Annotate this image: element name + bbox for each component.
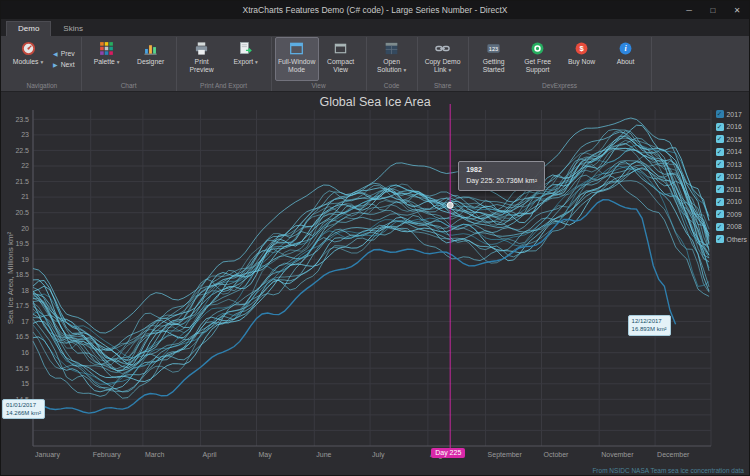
y-tick-label: 22.5 bbox=[15, 147, 29, 154]
dropdown-caret-icon: ▾ bbox=[403, 67, 406, 73]
legend-checkbox[interactable]: ✓ bbox=[716, 198, 724, 206]
legend-item-2009[interactable]: ✓2009 bbox=[716, 210, 747, 218]
legend-checkbox[interactable]: ✓ bbox=[716, 235, 724, 243]
export-button[interactable]: Export ▾ bbox=[224, 37, 268, 81]
getting-started-button[interactable]: 123 Getting Started bbox=[472, 37, 516, 81]
close-button[interactable]: ✕ bbox=[725, 1, 749, 19]
end-value-annotation: 12/12/2017 16.893M km² bbox=[628, 315, 671, 336]
ribbon: Modules ▾ ◀Prev ▶Next Navigation Palette… bbox=[1, 36, 749, 92]
legend-label: Others bbox=[727, 236, 747, 243]
legend-item-2013[interactable]: ✓2013 bbox=[716, 160, 747, 168]
compact-view-icon bbox=[333, 40, 348, 57]
full-window-mode-button[interactable]: Full-Window Mode bbox=[275, 37, 319, 81]
x-month-label: June bbox=[316, 451, 331, 458]
legend-item-2017[interactable]: ✓2017 bbox=[716, 110, 747, 118]
prev-button[interactable]: ◀Prev bbox=[53, 50, 75, 57]
tooltip-value: Day 225: 20.736M km² bbox=[466, 176, 537, 187]
legend-label: 2011 bbox=[727, 186, 742, 193]
legend-item-2011[interactable]: ✓2011 bbox=[716, 185, 747, 193]
legend-item-others[interactable]: ✓Others bbox=[716, 235, 747, 243]
y-tick-label: 16.5 bbox=[15, 333, 29, 340]
get-free-support-button[interactable]: Get Free Support bbox=[516, 37, 560, 81]
ribbon-group-label: Chart bbox=[85, 81, 173, 91]
tab-demo[interactable]: Demo bbox=[6, 21, 51, 36]
minimize-button[interactable]: ─ bbox=[677, 1, 701, 19]
legend-checkbox[interactable]: ✓ bbox=[716, 173, 724, 181]
legend-checkbox[interactable]: ✓ bbox=[716, 110, 724, 118]
open-solution-button[interactable]: Open Solution ▾ bbox=[370, 37, 414, 81]
legend-checkbox[interactable]: ✓ bbox=[716, 148, 724, 156]
export-document-icon bbox=[238, 40, 253, 57]
designer-label: Designer bbox=[137, 58, 164, 65]
compact-view-label: Compact View bbox=[327, 58, 354, 73]
legend-item-2010[interactable]: ✓2010 bbox=[716, 198, 747, 206]
legend-checkbox[interactable]: ✓ bbox=[716, 210, 724, 218]
buy-now-circle-icon: $ bbox=[574, 40, 589, 57]
copy-demo-link-label: Copy Demo Link bbox=[425, 58, 461, 73]
about-label: About bbox=[617, 58, 635, 65]
legend-checkbox[interactable]: ✓ bbox=[716, 160, 724, 168]
copy-demo-link-button[interactable]: Copy Demo Link ▾ bbox=[421, 37, 465, 81]
copy-link-chain-icon bbox=[435, 40, 450, 57]
legend-checkbox[interactable]: ✓ bbox=[716, 223, 724, 231]
getting-started-123-icon: 123 bbox=[486, 40, 501, 57]
getting-started-label: Getting Started bbox=[483, 58, 505, 73]
dropdown-caret-icon: ▾ bbox=[117, 59, 120, 65]
legend-label: 2009 bbox=[727, 211, 742, 218]
legend-item-2014[interactable]: ✓2014 bbox=[716, 148, 747, 156]
legend-item-2012[interactable]: ✓2012 bbox=[716, 173, 747, 181]
ribbon-tab-row: Demo Skins bbox=[1, 19, 749, 36]
y-tick-label: 15.5 bbox=[15, 365, 29, 372]
y-tick-label: 20 bbox=[21, 225, 29, 232]
legend-checkbox[interactable]: ✓ bbox=[716, 185, 724, 193]
legend-checkbox[interactable]: ✓ bbox=[716, 135, 724, 143]
buy-now-button[interactable]: $ Buy Now bbox=[560, 37, 604, 81]
chart-title: Global Sea Ice Area bbox=[1, 95, 749, 109]
titlebar: XtraCharts Features Demo (C# code) - Lar… bbox=[1, 1, 749, 19]
about-button[interactable]: i About bbox=[604, 37, 648, 81]
start-annotation-date: 01/01/2017 bbox=[6, 401, 41, 409]
year-series-line bbox=[33, 144, 709, 368]
legend-item-2008[interactable]: ✓2008 bbox=[716, 223, 747, 231]
legend-checkbox[interactable]: ✓ bbox=[716, 123, 724, 131]
crosshair-axis-label: Day 225 bbox=[431, 448, 465, 458]
ribbon-group-share: Copy Demo Link ▾ Share bbox=[418, 37, 469, 91]
plot-area[interactable]: 23.52322.52221.52120.52019.51918.51817.5… bbox=[1, 92, 750, 476]
x-month-label: July bbox=[372, 451, 385, 459]
x-month-label: December bbox=[657, 451, 690, 458]
x-month-label: April bbox=[203, 451, 217, 459]
palette-button[interactable]: Palette ▾ bbox=[85, 37, 129, 81]
x-month-label: May bbox=[259, 451, 273, 459]
support-ring-icon bbox=[530, 40, 545, 57]
svg-text:123: 123 bbox=[489, 46, 498, 52]
crosshair-marker bbox=[447, 202, 453, 208]
y-tick-label: 15 bbox=[21, 380, 29, 387]
dropdown-caret-icon: ▾ bbox=[255, 59, 258, 65]
compact-view-button[interactable]: Compact View bbox=[319, 37, 363, 81]
legend-item-2015[interactable]: ✓2015 bbox=[716, 135, 747, 143]
year-series-line bbox=[33, 140, 709, 365]
tab-skins[interactable]: Skins bbox=[52, 22, 94, 36]
y-tick-label: 18.5 bbox=[15, 271, 29, 278]
x-month-label: March bbox=[145, 451, 165, 458]
next-button[interactable]: ▶Next bbox=[53, 61, 75, 68]
designer-button[interactable]: Designer bbox=[129, 37, 173, 81]
y-tick-label: 21 bbox=[21, 193, 29, 200]
y-tick-label: 23.5 bbox=[15, 116, 29, 123]
source-note: From NSIDC NASA Team sea ice concentrati… bbox=[592, 467, 744, 474]
palette-grid-icon bbox=[99, 40, 114, 57]
full-window-icon bbox=[289, 40, 304, 57]
legend-label: 2008 bbox=[727, 223, 742, 230]
export-label: Export bbox=[233, 58, 253, 65]
legend-item-2016[interactable]: ✓2016 bbox=[716, 123, 747, 131]
y-tick-label: 16 bbox=[21, 349, 29, 356]
next-arrow-icon: ▶ bbox=[53, 61, 58, 68]
print-preview-button[interactable]: Print Preview bbox=[180, 37, 224, 81]
dropdown-caret-icon: ▾ bbox=[40, 59, 43, 65]
ribbon-group-label: Code bbox=[370, 81, 414, 91]
y-tick-label: 20.5 bbox=[15, 209, 29, 216]
modules-button[interactable]: Modules ▾ bbox=[6, 37, 50, 81]
window-title: XtraCharts Features Demo (C# code) - Lar… bbox=[1, 5, 749, 15]
full-window-mode-label: Full-Window Mode bbox=[278, 58, 315, 73]
maximize-button[interactable]: □ bbox=[701, 1, 725, 19]
